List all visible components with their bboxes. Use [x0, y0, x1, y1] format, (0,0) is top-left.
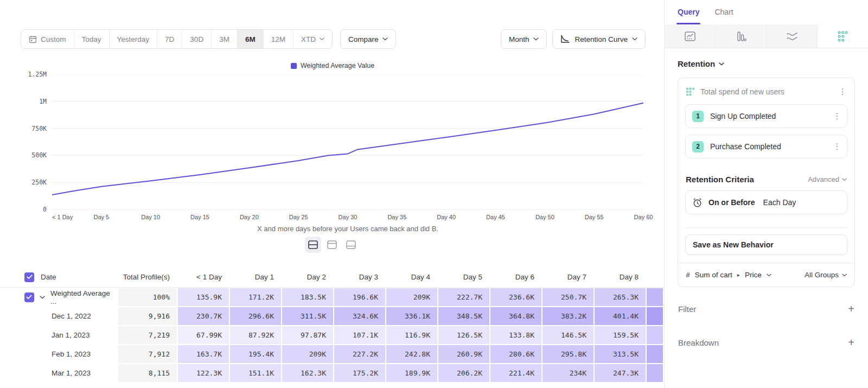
- add-filter-button[interactable]: +: [848, 303, 854, 314]
- row-label-cell[interactable]: Jan 1, 2023: [0, 326, 118, 345]
- x-tick: Day 25: [289, 214, 308, 220]
- value-cell: 67.99K: [177, 326, 229, 345]
- header-day-3: Day 3: [334, 267, 386, 287]
- value-cell: 260.9K: [438, 345, 490, 364]
- header-day-8: Day 8: [594, 267, 646, 287]
- retention-section-header[interactable]: Retention: [678, 59, 855, 68]
- value-cell: 183.5K: [282, 288, 334, 307]
- value: 221.4K: [490, 364, 541, 382]
- x-tick: Day 20: [240, 214, 259, 220]
- range-12m[interactable]: 12M: [263, 30, 293, 48]
- split-view-icon: [308, 240, 318, 249]
- save-as-new-behavior-button[interactable]: Save as New Behavior: [685, 234, 847, 255]
- table-row: Feb 1, 20237,912163.7K195.4K209K227.2K24…: [0, 345, 664, 364]
- behavior-step[interactable]: 1Sign Up Completed⋮: [685, 104, 847, 128]
- range-custom[interactable]: Custom: [21, 30, 74, 48]
- profiles-value: 9,916: [118, 307, 177, 325]
- chart-type-select[interactable]: Retention Curve: [552, 29, 646, 49]
- range-label: 6M: [245, 35, 256, 43]
- advanced-dropdown[interactable]: Advanced: [808, 175, 847, 183]
- row-checkbox[interactable]: [24, 292, 34, 302]
- value-cell: 236.6K: [490, 288, 542, 307]
- compare-button[interactable]: Compare: [340, 29, 397, 49]
- row-label-cell[interactable]: Weighted Average ...: [0, 288, 118, 307]
- step-label: Sign Up Completed: [710, 112, 826, 120]
- value-cell: 324.6K: [334, 307, 386, 326]
- all-groups-dropdown[interactable]: All Groups: [805, 271, 847, 279]
- table-only-toggle[interactable]: [343, 237, 359, 253]
- value: 135.9K: [178, 288, 229, 306]
- add-breakdown-button[interactable]: +: [848, 337, 854, 348]
- range-yesterday[interactable]: Yesterday: [109, 30, 157, 48]
- value: 151.1K: [230, 364, 281, 382]
- range-6m[interactable]: 6M: [237, 30, 263, 48]
- row-label: Feb 1, 2023: [0, 350, 91, 358]
- x-tick: Day 40: [437, 214, 456, 220]
- criteria-card[interactable]: On or Before Each Day: [685, 190, 847, 214]
- value: 183.5K: [282, 288, 333, 306]
- chevron-down-icon: [842, 273, 847, 277]
- value-cell: 250.7K: [542, 288, 594, 307]
- chart-only-toggle[interactable]: [324, 237, 340, 253]
- report-tab-retention[interactable]: [817, 24, 868, 48]
- value: 195.4K: [230, 345, 281, 363]
- row-expand-chevron-icon[interactable]: [40, 296, 45, 299]
- value: 313.5K: [595, 345, 646, 363]
- granularity-select[interactable]: Month: [501, 29, 547, 49]
- value-cell: 189.9K: [386, 364, 438, 383]
- split-view-toggle[interactable]: [305, 237, 321, 253]
- value: 260.9K: [438, 345, 489, 363]
- range-xtd[interactable]: XTD: [293, 30, 332, 48]
- report-tab-flows[interactable]: [766, 24, 817, 48]
- kebab-menu-icon[interactable]: ⋮: [833, 142, 841, 151]
- y-tick: 500K: [21, 151, 47, 159]
- table-body: Weighted Average ...100%135.9K171.2K183.…: [0, 288, 664, 383]
- x-tick: Day 55: [585, 214, 604, 220]
- x-tick: Day 60: [634, 214, 653, 220]
- cutoff-cell: [646, 364, 663, 383]
- profiles-value: 100%: [118, 288, 177, 306]
- y-axis-labels: 1.25M1M750K500K250K0: [21, 58, 47, 229]
- tab-chart[interactable]: Chart: [714, 8, 733, 24]
- panel-body: Retention Total spend of new users ⋮ 1Si…: [665, 48, 868, 348]
- value-cell: 159.5K: [594, 326, 646, 345]
- value-cell: 196.6K: [334, 288, 386, 307]
- chart-legend[interactable]: Weighted Average Value: [21, 62, 644, 69]
- panel-tabs: Query Chart: [665, 0, 868, 24]
- chevron-down-icon: [719, 62, 724, 66]
- range-3m[interactable]: 3M: [211, 30, 237, 48]
- range-30d[interactable]: 30D: [182, 30, 211, 48]
- value: 146.5K: [542, 326, 593, 344]
- granularity-label: Month: [509, 35, 529, 43]
- header-date-label: Date: [41, 273, 56, 281]
- range-today[interactable]: Today: [74, 30, 109, 48]
- cutoff-cell: [646, 288, 663, 307]
- chevron-down-icon: [382, 37, 388, 41]
- weighted-average-line[interactable]: [52, 103, 643, 195]
- x-tick: < 1 Day: [52, 214, 73, 220]
- report-tab-funnels[interactable]: [715, 24, 766, 48]
- value-cell: 222.7K: [438, 288, 490, 307]
- row-label-cell[interactable]: Feb 1, 2023: [0, 345, 118, 364]
- range-7d[interactable]: 7D: [157, 30, 182, 48]
- legend-label: Weighted Average Value: [301, 62, 374, 69]
- behavior-step[interactable]: 2Purchase Completed⋮: [685, 135, 847, 158]
- value: 159.5K: [595, 326, 646, 344]
- kebab-menu-icon[interactable]: ⋮: [838, 87, 847, 97]
- behavior-card-header: Total spend of new users ⋮: [685, 85, 847, 98]
- row-checkbox[interactable]: [24, 272, 34, 282]
- row-label-cell[interactable]: Dec 1, 2022: [0, 307, 118, 326]
- range-label: 3M: [219, 35, 229, 43]
- chevron-down-icon: [842, 178, 847, 181]
- report-tab-insights[interactable]: [665, 24, 715, 48]
- profiles-cell: 7,912: [118, 345, 177, 364]
- value: 67.99K: [178, 326, 229, 344]
- row-label-cell[interactable]: Mar 1, 2023: [0, 364, 118, 383]
- measurement-row[interactable]: # Sum of cart ▸ Price All Groups: [678, 263, 854, 287]
- tab-query[interactable]: Query: [678, 8, 699, 24]
- kebab-menu-icon[interactable]: ⋮: [833, 111, 841, 121]
- cutoff-fill: [647, 345, 663, 363]
- header-day-2: Day 2: [282, 267, 334, 287]
- compare-label: Compare: [348, 35, 379, 43]
- profiles-cell: 100%: [118, 288, 177, 307]
